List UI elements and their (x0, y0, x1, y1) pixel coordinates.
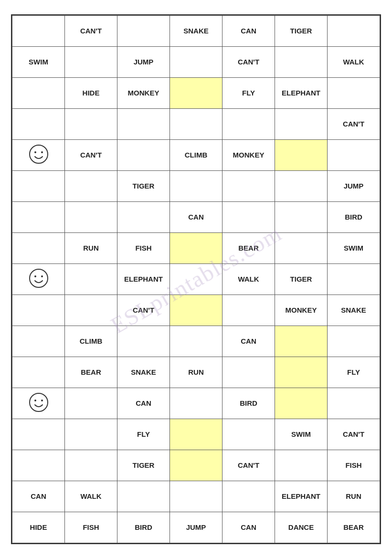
table-cell (12, 450, 65, 481)
table-cell: SWIM (12, 46, 65, 77)
table-cell (170, 481, 222, 512)
table-cell: SWIM (328, 232, 380, 263)
table-cell (170, 170, 222, 201)
table-cell (275, 108, 328, 139)
table-cell (170, 263, 222, 295)
table-cell: WALK (328, 46, 380, 77)
table-cell (222, 201, 275, 232)
table-cell (12, 295, 65, 326)
table-cell (117, 139, 170, 170)
table-cell: TIGER (117, 170, 170, 201)
table-cell (222, 419, 275, 450)
table-cell (222, 481, 275, 512)
smiley-icon (28, 268, 49, 289)
table-cell: FLY (117, 419, 170, 450)
table-cell (12, 77, 65, 108)
table-cell (117, 108, 170, 139)
table-cell (65, 108, 117, 139)
table-cell: CAN'T (65, 15, 117, 46)
table-cell (170, 450, 222, 481)
table-cell: CAN (170, 201, 222, 232)
table-cell: SNAKE (328, 295, 380, 326)
table-cell (12, 326, 65, 357)
table-cell (12, 232, 65, 263)
table-cell: WALK (65, 481, 117, 512)
table-cell (170, 419, 222, 450)
table-cell (170, 46, 222, 77)
table-cell (65, 46, 117, 77)
table-cell: FLY (328, 357, 380, 388)
table-cell (328, 139, 380, 170)
smiley-icon (28, 392, 49, 413)
table-cell: SWIM (275, 419, 328, 450)
table-cell: DANCE (275, 512, 328, 543)
table-cell: ELEPHANT (275, 481, 328, 512)
table-cell (328, 326, 380, 357)
table-cell (117, 326, 170, 357)
table-cell (12, 263, 65, 295)
table-cell (170, 108, 222, 139)
table-cell: HIDE (12, 512, 65, 543)
table-cell (117, 201, 170, 232)
table-cell: CAN (222, 15, 275, 46)
table-cell: TIGER (275, 15, 328, 46)
table-cell: FISH (65, 512, 117, 543)
table-cell (65, 201, 117, 232)
table-cell: FISH (117, 232, 170, 263)
svg-point-3 (30, 269, 48, 287)
svg-point-2 (41, 151, 43, 153)
table-cell: CAN'T (222, 450, 275, 481)
table-cell (12, 139, 65, 170)
table-cell (12, 170, 65, 201)
table-cell: CAN'T (328, 108, 380, 139)
table-cell (170, 388, 222, 419)
table-cell (222, 170, 275, 201)
table-cell: ELEPHANT (275, 77, 328, 108)
table-cell: FLY (222, 77, 275, 108)
table-cell (275, 388, 328, 419)
table-cell: CAN (12, 481, 65, 512)
svg-point-8 (41, 400, 43, 401)
table-cell: CAN (117, 388, 170, 419)
table-cell (275, 450, 328, 481)
table-cell (12, 357, 65, 388)
table-cell (117, 15, 170, 46)
table-cell (275, 170, 328, 201)
table-cell: RUN (328, 481, 380, 512)
table-cell: TIGER (117, 450, 170, 481)
table-cell (328, 388, 380, 419)
table-cell (328, 15, 380, 46)
table-cell (65, 263, 117, 295)
table-cell (328, 263, 380, 295)
table-cell: BEAR (222, 232, 275, 263)
table-cell: MONKEY (275, 295, 328, 326)
table-cell (275, 139, 328, 170)
svg-point-4 (34, 275, 36, 277)
table-cell (12, 419, 65, 450)
table-cell (65, 388, 117, 419)
main-table: CAN'TSNAKECANTIGERSWIMJUMPCAN'TWALKHIDEM… (12, 15, 380, 543)
table-cell (170, 326, 222, 357)
grid-container: CAN'TSNAKECANTIGERSWIMJUMPCAN'TWALKHIDEM… (11, 14, 381, 544)
table-cell: CAN (222, 326, 275, 357)
table-cell: BEAR (328, 512, 380, 543)
table-cell (65, 419, 117, 450)
table-cell (170, 295, 222, 326)
table-cell (328, 77, 380, 108)
table-cell (222, 295, 275, 326)
table-cell (65, 295, 117, 326)
table-cell (222, 108, 275, 139)
table-cell: JUMP (117, 46, 170, 77)
svg-point-5 (41, 275, 43, 277)
table-cell: CAN'T (65, 139, 117, 170)
table-cell (222, 357, 275, 388)
table-cell: RUN (170, 357, 222, 388)
table-cell: HIDE (65, 77, 117, 108)
table-cell: SNAKE (170, 15, 222, 46)
svg-point-7 (34, 400, 36, 401)
table-cell (275, 326, 328, 357)
table-cell: BIRD (117, 512, 170, 543)
table-cell (170, 77, 222, 108)
table-cell (65, 170, 117, 201)
table-cell (12, 388, 65, 419)
